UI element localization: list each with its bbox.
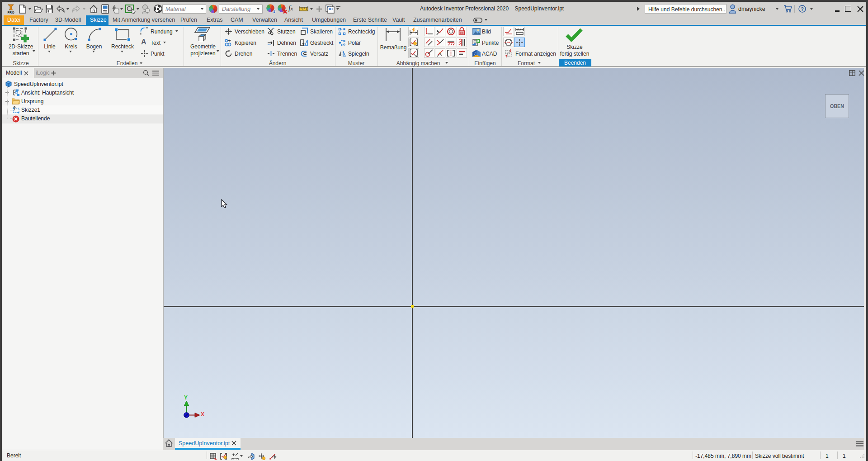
svg-text:PRO: PRO bbox=[7, 11, 14, 14]
svg-text:?: ? bbox=[801, 6, 804, 12]
